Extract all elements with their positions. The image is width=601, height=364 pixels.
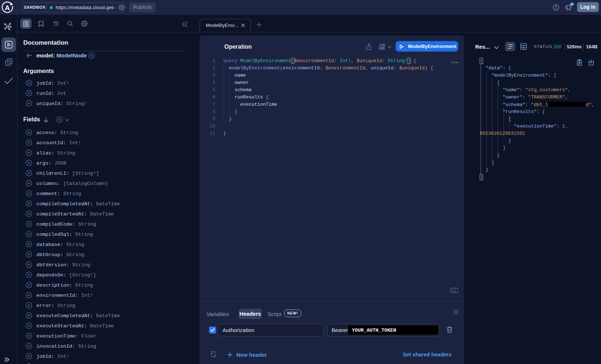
svg-text:A: A bbox=[5, 4, 10, 12]
